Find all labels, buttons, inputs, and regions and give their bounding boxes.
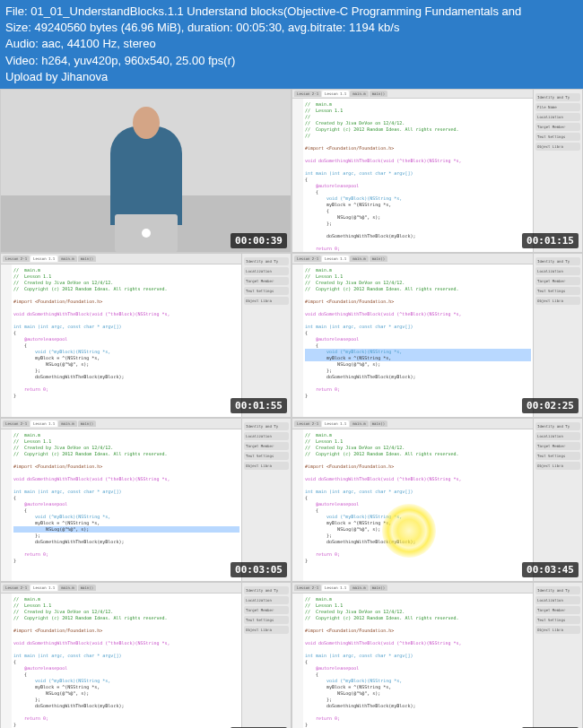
laptop-icon — [115, 214, 178, 252]
thumb-1: 00:00:39 — [0, 89, 292, 254]
video-line: Video: h264, yuv420p, 960x540, 25.00 fps… — [5, 53, 578, 69]
metadata-header: File: 01_01_UnderstandBlocks.1.1 Underst… — [0, 0, 583, 89]
timestamp: 00:01:15 — [522, 233, 579, 248]
timestamp: 00:03:45 — [522, 562, 579, 577]
thumb-7: Lesson 2-1Lesson 1.1main.mmain()// main.… — [0, 582, 292, 728]
presenter-scene — [1, 90, 291, 253]
upload-line: Upload by Jihanova — [5, 69, 578, 85]
timestamp: 00:01:55 — [231, 398, 287, 413]
file-line: File: 01_01_UnderstandBlocks.1.1 Underst… — [5, 4, 578, 20]
tab: Lesson 1.1 — [322, 91, 349, 97]
thumb-8: Lesson 2-1Lesson 1.1main.mmain()// main.… — [292, 582, 583, 728]
presenter-head — [133, 107, 160, 139]
thumbnail-grid: 00:00:39 Lesson 2-1 Lesson 1.1 main.m ma… — [0, 89, 583, 728]
audio-line: Audio: aac, 44100 Hz, stereo — [5, 36, 578, 52]
line-gutter — [292, 99, 303, 254]
tab: Lesson 2-1 — [294, 91, 321, 97]
size-line: Size: 49240560 bytes (46.96 MiB), durati… — [5, 20, 578, 36]
thumb-3: Lesson 2-1Lesson 1.1main.mmain()// main.… — [0, 253, 292, 418]
presenter-person — [110, 126, 182, 225]
timestamp: 00:00:39 — [231, 233, 287, 248]
apple-logo-icon — [142, 229, 151, 238]
thumb-6: Lesson 2-1Lesson 1.1main.mmain()// main.… — [292, 418, 583, 583]
tab: main.m — [350, 91, 368, 97]
code-editor: // main.m // Lesson 1.1 // // Created by… — [303, 99, 533, 254]
thumb-5: Lesson 2-1Lesson 1.1main.mmain()// main.… — [0, 418, 292, 583]
ide-window: Lesson 2-1 Lesson 1.1 main.m main() // m… — [292, 90, 582, 253]
thumb-4: Lesson 2-1Lesson 1.1main.mmain()// main.… — [292, 253, 583, 418]
inspector-panel: Identity and Ty File Name Localization T… — [533, 90, 582, 253]
tab-bar: Lesson 2-1 Lesson 1.1 main.m main() — [292, 90, 533, 99]
thumb-2: Lesson 2-1 Lesson 1.1 main.m main() // m… — [292, 89, 583, 254]
timestamp: 00:02:25 — [522, 398, 579, 413]
timestamp: 00:03:05 — [231, 562, 287, 577]
tab: main() — [370, 91, 387, 97]
